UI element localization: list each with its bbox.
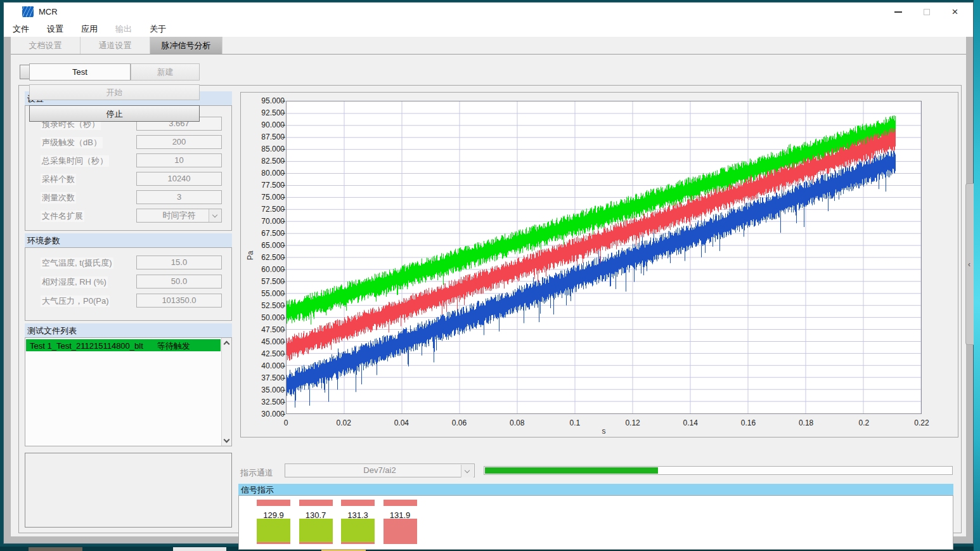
gauge-box	[257, 519, 290, 544]
new-button[interactable]: 新建	[131, 63, 200, 81]
y-tick-label: 47.500	[247, 325, 285, 334]
chevron-down-icon	[212, 212, 217, 217]
y-tick-mark	[282, 149, 285, 150]
y-tick-label: 77.500	[247, 181, 285, 190]
file-status: 等待触发	[157, 341, 190, 351]
close-button[interactable]: ×	[941, 3, 969, 21]
signal-panel-body: 129.9 130.7 131.3	[238, 495, 953, 550]
file-list-scrollbar[interactable]	[221, 338, 231, 446]
signal-panel-header: 信号指示	[238, 484, 953, 495]
menu-item[interactable]: 文件	[4, 21, 38, 37]
y-tick-mark	[282, 161, 285, 162]
x-tick-label: 0.08	[498, 418, 536, 427]
environment-header: 环境参数	[25, 233, 232, 247]
indicator-channel-select[interactable]: Dev7/ai2	[285, 463, 475, 477]
minimize-button[interactable]	[884, 3, 912, 21]
combo-arrow-button[interactable]	[209, 209, 221, 222]
scroll-down-icon[interactable]	[224, 437, 230, 443]
menu-bar: 文件设置应用输出关于	[4, 21, 973, 37]
y-tick-mark	[282, 354, 285, 354]
field-label: 声级触发（dB）	[41, 137, 103, 148]
maximize-button[interactable]	[912, 3, 941, 21]
start-button[interactable]: 开始	[29, 84, 200, 100]
gauge-fill	[299, 519, 333, 542]
field-value[interactable]: 3	[136, 190, 222, 204]
minimize-icon	[894, 11, 902, 13]
y-tick-label: 67.500	[247, 229, 285, 238]
panel-expander[interactable]: ‹	[965, 183, 974, 345]
x-tick-label: 0.22	[903, 418, 941, 427]
y-tick-label: 30.000	[247, 410, 285, 418]
field-value[interactable]: 50.0	[136, 275, 222, 288]
tab[interactable]: 文档设置	[11, 37, 81, 54]
y-tick-mark	[282, 185, 285, 186]
stop-button[interactable]: 停止	[29, 105, 200, 122]
y-tick-mark	[282, 282, 285, 282]
y-axis-label: Pa	[246, 251, 255, 261]
field-value[interactable]: 10240	[136, 172, 222, 186]
close-icon: ×	[952, 6, 958, 17]
y-tick-label: 35.000	[247, 386, 285, 394]
y-tick-label: 85.000	[247, 145, 285, 153]
content-area: 测量 后处理 设置 预录时长（秒） 3.667 声级触发（dB） 200	[11, 55, 966, 536]
x-tick-label: 0	[267, 418, 305, 427]
desktop-background: MCR × 文件设置应用输出关于 文档设置通道设置脉冲信号分析 测量 后处理 设…	[0, 0, 980, 551]
y-tick-label: 90.000	[247, 120, 285, 129]
settings-field-row: 采样个数 10240	[25, 172, 233, 186]
progress-bar-fill	[485, 467, 658, 474]
test-name-field[interactable]: Test	[29, 63, 131, 81]
maximize-icon	[924, 9, 930, 15]
gauge-box	[384, 519, 417, 544]
y-tick-mark	[282, 221, 285, 222]
app-window: MCR × 文件设置应用输出关于 文档设置通道设置脉冲信号分析 测量 后处理 设…	[3, 2, 974, 544]
field-label: 采样个数	[41, 174, 76, 185]
x-tick-label: 0.04	[382, 418, 420, 427]
gauge-top-bar	[257, 500, 290, 506]
y-tick-label: 92.500	[247, 108, 285, 117]
y-tick-label: 32.500	[247, 398, 285, 406]
chevron-left-icon: ‹	[968, 260, 970, 269]
gauge-box	[341, 519, 375, 544]
field-value[interactable]: 10	[136, 153, 222, 167]
field-value[interactable]: 200	[136, 135, 222, 149]
gauge-top-bar	[341, 500, 375, 506]
y-tick-mark	[282, 137, 285, 138]
field-value[interactable]: 15.0	[136, 256, 222, 269]
taskbar-icon	[29, 547, 82, 551]
y-tick-label: 52.500	[247, 301, 285, 310]
y-tick-mark	[282, 294, 285, 294]
menu-item[interactable]: 设置	[38, 21, 72, 37]
y-tick-mark	[282, 197, 285, 198]
filelist-header: 测试文件列表	[25, 323, 232, 337]
menu-item[interactable]: 输出	[106, 21, 141, 37]
menu-item[interactable]: 关于	[141, 21, 175, 37]
x-axis-label: s	[286, 427, 922, 436]
settings-field-row: 测量次数 3	[25, 190, 233, 204]
gauge-top-bar	[299, 500, 333, 506]
settings-field-row: 文件名扩展 时间字符	[25, 209, 233, 223]
tab[interactable]: 脉冲信号分析	[150, 37, 222, 54]
tab[interactable]: 通道设置	[81, 37, 150, 54]
titlebar: MCR ×	[4, 3, 973, 21]
field-label: 相对湿度, RH (%)	[41, 276, 108, 288]
combo-arrow-button[interactable]	[461, 465, 474, 477]
app-icon	[22, 6, 34, 17]
signal-gauge: 130.7	[299, 496, 333, 550]
y-tick-mark	[282, 342, 285, 342]
y-tick-mark	[282, 173, 285, 174]
gauge-fill	[257, 519, 290, 542]
chart-panel: 95.00092.50090.00087.50085.00082.50080.0…	[240, 92, 958, 438]
field-value[interactable]: 101350.0	[136, 294, 222, 308]
test-file-list[interactable]: Test 1_Test_211215114800_blt等待触发	[25, 337, 232, 446]
signal-gauge: 131.9	[384, 496, 417, 550]
scroll-up-icon[interactable]	[224, 341, 230, 347]
file-list-row[interactable]: Test 1_Test_211215114800_blt等待触发	[26, 339, 221, 351]
x-tick-label: 0.06	[441, 418, 479, 427]
signal-gauge: 129.9	[257, 496, 290, 550]
y-tick-label: 50.000	[247, 313, 285, 322]
y-tick-mark	[282, 245, 285, 246]
menu-item[interactable]: 应用	[72, 21, 106, 37]
y-tick-label: 57.500	[247, 277, 285, 286]
y-tick-mark	[282, 318, 285, 318]
control-box	[25, 453, 232, 528]
